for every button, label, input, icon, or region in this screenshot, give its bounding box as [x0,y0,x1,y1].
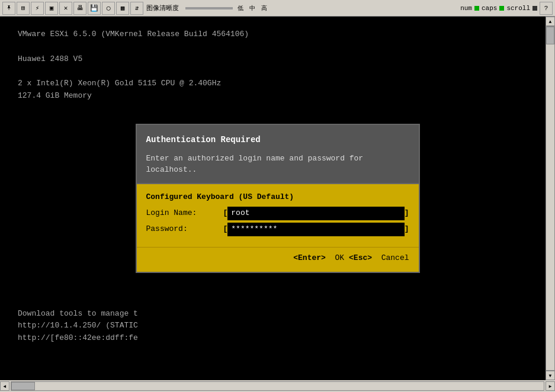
cancel-button[interactable]: <Esc> Cancel [349,252,409,265]
window-icon[interactable]: ▣ [45,2,58,15]
login-row: Login Name: [ root ] [146,207,409,220]
quality-labels: 低 中 高 [238,4,267,12]
login-field-label: Login Name: [146,207,223,220]
quality-slider[interactable] [185,7,233,9]
scrollbar-v-thumb[interactable] [546,27,554,44]
toolbar-right: num caps scroll ? [460,2,553,15]
quality-mid-label: 中 [249,4,255,12]
scroll-right-button[interactable]: ► [546,381,555,391]
ok-label: OK [335,253,344,262]
password-field-value[interactable]: ********** [227,223,404,236]
scrollbar-h-track[interactable] [11,381,544,391]
monitor-icon[interactable]: ▩ [116,2,129,15]
scrollbar-h-thumb[interactable] [11,382,35,390]
lightning-icon[interactable]: ⚡ [31,2,44,15]
scroll-led [532,6,537,11]
login-value: root [230,207,402,220]
password-bracket-open: [ [223,223,228,236]
cancel-label: Cancel [381,253,409,262]
auth-dialog: Authentication Required Enter an authori… [136,124,420,273]
password-bracket-close: ] [405,223,409,236]
caps-label: caps [482,5,497,12]
password-row: Password: [ ********** ] [146,223,409,236]
quality-high-label: 高 [261,4,267,12]
toolbar-icons: 🖈 ⊞ ⚡ ▣ ✕ 🖶 💾 ◯ ▩ ⇵ 图像清晰度 低 中 高 [2,2,460,15]
dialog-message-line1: Enter an authorized login name and passw… [146,154,364,163]
dialog-message-line2: localhost.. [146,165,197,174]
toolbar: 🖈 ⊞ ⚡ ▣ ✕ 🖶 💾 ◯ ▩ ⇵ 图像清晰度 低 中 高 num [0,0,555,17]
quality-low-label: 低 [238,4,243,12]
terminal-line-6: http://10.1.4.250/ (STATIC [18,320,138,332]
login-bracket-open: [ [223,207,228,220]
scroll-label: scroll [506,5,530,12]
num-led [474,6,479,11]
password-value: ********** [230,223,402,236]
ok-button[interactable]: <Enter> OK [293,252,344,265]
terminal-screen: VMware ESXi 6.5.0 (VMKernel Release Buil… [0,17,555,380]
printer-icon[interactable]: 🖶 [73,2,86,15]
caps-indicator [499,6,504,11]
dialog-footer: <Enter> OK <Esc> Cancel [137,247,419,272]
dialog-message: Enter an authorized login name and passw… [146,153,409,176]
right-scrollbar[interactable]: ▲ ▼ [546,17,555,380]
login-field-value[interactable]: root [227,207,404,220]
login-bracket-close: ] [405,207,409,220]
num-label: num [460,5,472,12]
password-field-label: Password: [146,223,223,236]
terminal-lower: Download tools to manage t http://10.1.4… [18,308,138,345]
scroll-left-button[interactable]: ◄ [0,381,9,391]
ok-key-prefix: <Enter> [293,253,326,262]
bottom-bar: ◄ ► [0,380,555,392]
cancel-key-prefix: <Esc> [349,253,372,262]
image-quality-label: 图像清晰度 [146,4,179,12]
help-icon[interactable]: ? [540,2,553,15]
terminal-line-5: Download tools to manage t [18,308,138,320]
num-indicator [474,6,479,11]
scroll-indicator [532,6,537,11]
keyboard-label: Configured Keyboard (US Default) [146,191,409,204]
arrows-icon[interactable]: ⇵ [130,2,143,15]
pointer-icon[interactable]: 🖈 [2,2,15,15]
dialog-body: Configured Keyboard (US Default) Login N… [137,184,419,247]
scrollbar-v-track[interactable] [546,26,555,371]
record-icon[interactable]: ◯ [102,2,115,15]
dialog-header: Authentication Required Enter an authori… [137,125,419,184]
scroll-up-button[interactable]: ▲ [546,17,555,26]
dialog-title: Authentication Required [146,133,409,146]
caps-led [499,6,504,11]
floppy-icon[interactable]: 💾 [88,2,101,15]
scroll-down-button[interactable]: ▼ [546,371,555,380]
close-icon[interactable]: ✕ [59,2,72,15]
quality-slider-area [185,7,233,9]
grid-icon[interactable]: ⊞ [17,2,30,15]
terminal-line-7: http://[fe80::42ee:ddff:fe [18,332,138,345]
